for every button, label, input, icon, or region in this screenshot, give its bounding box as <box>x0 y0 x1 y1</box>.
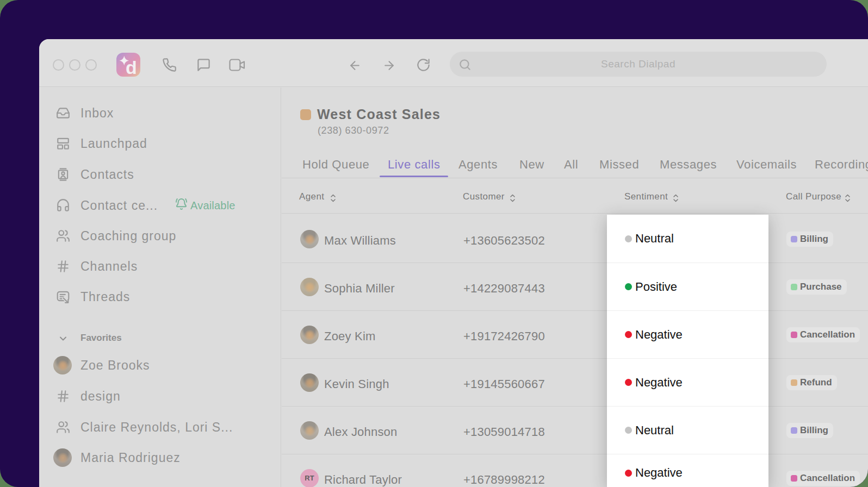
svg-text:d: d <box>126 57 137 77</box>
